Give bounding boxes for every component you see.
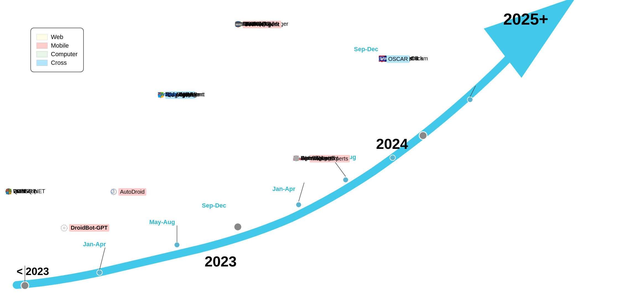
agent-appagent: Tencent AppAgent xyxy=(158,91,204,98)
svg-point-19 xyxy=(63,227,66,229)
dot-jan-apr-2024 xyxy=(343,177,348,183)
period-2025-label: 2025+ xyxy=(503,10,548,28)
dot-pre2023 xyxy=(21,282,29,289)
agent-autodroid: AutoDroid xyxy=(111,188,146,196)
agent-appagent-name: AppAgent xyxy=(179,91,204,98)
period-sep-dec-2023: Sep-Dec xyxy=(202,202,226,209)
agent-webshop-name: WebShop xyxy=(13,188,37,195)
timeline-svg xyxy=(0,0,644,298)
period-pre2023-label: < 2023 xyxy=(17,266,49,278)
period-pre2023: < 2023 xyxy=(17,266,49,278)
dot-may-aug-2023 xyxy=(174,242,180,248)
dot-jan-apr-2023 xyxy=(97,270,102,275)
dot-sep-dec-2024 xyxy=(467,97,473,102)
period-may-aug-2023-label: May-Aug xyxy=(149,219,175,226)
svg-point-60 xyxy=(293,156,299,161)
agent-droidbot-label: DroidBot-GPT xyxy=(61,224,109,232)
dot-may-aug-2024 xyxy=(390,155,395,160)
agent-oscar-name: OSCAR xyxy=(387,55,410,63)
period-may-aug-2023: May-Aug xyxy=(149,219,175,226)
period-jan-apr-2024: Jan-Apr xyxy=(272,185,295,193)
agent-webpilot: WebPilot xyxy=(293,155,323,161)
agent-webpilot-name: WebPilot xyxy=(301,155,323,161)
line-sep-dec-2023 xyxy=(299,183,304,201)
dot-2023 xyxy=(234,223,242,231)
agent-droidbot-name: DroidBot-GPT xyxy=(69,224,109,232)
period-sep-dec-2024-label: Sep-Dec xyxy=(354,46,378,53)
period-jan-apr-2023: Jan-Apr xyxy=(83,241,106,248)
period-2023: 2023 xyxy=(205,253,237,270)
line-droidbot xyxy=(100,248,105,270)
agent-webshop: WebShop xyxy=(6,188,37,195)
period-jan-apr-2024-label: Jan-Apr xyxy=(272,185,295,193)
period-2023-label: 2023 xyxy=(205,253,237,270)
dot-sep-dec-2023 xyxy=(296,202,301,208)
dot-2024 xyxy=(419,132,427,139)
agent-seeclick: IIEEE SeeClick xyxy=(235,21,267,27)
period-jan-apr-2023-label: Jan-Apr xyxy=(83,241,106,248)
timeline-arrow xyxy=(556,6,564,12)
svg-point-76 xyxy=(381,58,383,60)
agent-seeclick-name: SeeClick xyxy=(246,21,267,27)
period-2024: 2024 xyxy=(376,136,408,152)
period-sep-dec-2023-label: Sep-Dec xyxy=(202,202,226,209)
svg-point-24 xyxy=(113,191,115,193)
period-2024-label: 2024 xyxy=(376,136,408,152)
agent-oscar: OSCAR xyxy=(379,55,410,63)
agent-autodroid-name: AutoDroid xyxy=(118,188,146,196)
svg-text:IIEEE: IIEEE xyxy=(236,23,242,26)
period-sep-dec-2024: Sep-Dec xyxy=(354,46,378,53)
period-2025: 2025+ xyxy=(503,10,548,28)
